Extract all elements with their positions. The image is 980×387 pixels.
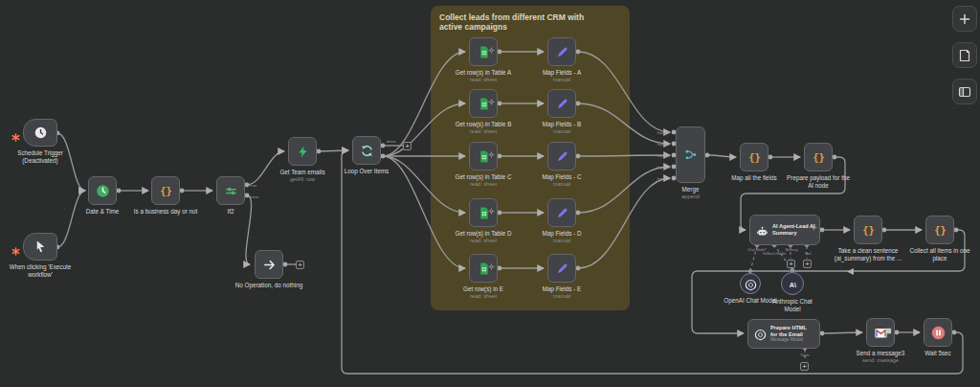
date-time[interactable]: Date & Time xyxy=(88,176,117,205)
merge-icon xyxy=(683,148,698,162)
schedule-trigger[interactable]: Schedule Trigger(Deactivated) xyxy=(23,119,57,147)
get-team-emails[interactable]: Get Team emailsgetAll: row xyxy=(288,137,317,166)
edge-mid-arrow xyxy=(847,268,854,275)
map-fields-e[interactable]: Map Fields - Emanual xyxy=(547,254,576,283)
svg-text:{}: {} xyxy=(160,185,171,196)
no-operation-label: No Operation, do nothing xyxy=(235,282,302,289)
map-fields-b[interactable]: Map Fields - Bmanual xyxy=(547,89,576,118)
edge-6 xyxy=(319,150,348,151)
svg-text:{}: {} xyxy=(862,224,874,236)
get-rows-c[interactable]: Get row(s) in Table Cread: sheet xyxy=(469,142,498,171)
code-icon: {} xyxy=(159,184,173,198)
port-dot xyxy=(954,228,959,233)
edge-0 xyxy=(57,133,85,191)
robot-icon xyxy=(756,224,768,237)
map-fields-a[interactable]: Map Fields - Amanual xyxy=(547,37,576,66)
gear-badge-icon xyxy=(488,145,495,151)
get-rows-a[interactable]: Get row(s) in Table Aread: sheet xyxy=(469,37,498,66)
loop-icon xyxy=(360,144,374,158)
port-label: Tools xyxy=(800,353,810,357)
port-dot xyxy=(283,262,288,267)
code-icon: {} xyxy=(747,150,762,165)
code-icon: {} xyxy=(933,223,947,238)
send-message3[interactable]: Send a message3send: message xyxy=(866,318,895,347)
get-rows-e[interactable]: Get row(s) in Eread: sheet xyxy=(469,254,498,283)
port-dot xyxy=(768,155,773,160)
port-dot xyxy=(180,189,185,194)
wait-5sec[interactable]: Wait 5sec xyxy=(924,318,952,347)
add-node-button[interactable] xyxy=(952,6,977,32)
schedule-trigger-label: Schedule Trigger(Deactivated) xyxy=(17,149,63,165)
execute-workflow-trigger[interactable]: When clicking 'Executeworkflow' xyxy=(23,233,57,261)
anthropic-chat-model[interactable]: A\Anthropic ChatModel xyxy=(781,272,804,295)
get-rows-d[interactable]: Get row(s) in Table Dread: sheet xyxy=(469,198,498,227)
workflow-canvas[interactable]: Collect leads from different CRM with ac… xyxy=(0,0,980,387)
panel-icon xyxy=(957,84,972,100)
edge-28 xyxy=(692,230,965,333)
openai-chat-model[interactable]: OpenAI Chat Model xyxy=(740,273,761,294)
memory-add[interactable]: + xyxy=(787,260,795,268)
take-clean-sentence-label: Take a clean sentence(ai_summary) from t… xyxy=(835,247,902,262)
tool-add[interactable]: + xyxy=(803,260,812,268)
gear-badge-icon xyxy=(488,257,495,263)
map-fields-d[interactable]: Map Fields - Dmanual xyxy=(547,198,576,227)
get-rows-b[interactable]: Get row(s) in Table Bread: sheet xyxy=(469,89,498,118)
svg-text:{}: {} xyxy=(748,151,760,163)
arrow-icon xyxy=(262,258,277,272)
openai-icon xyxy=(745,278,757,290)
port-dot xyxy=(833,155,837,160)
loop-done-add[interactable]: + xyxy=(403,142,412,150)
port-label: true xyxy=(250,183,257,188)
port-dot xyxy=(245,183,250,188)
edge-1 xyxy=(57,191,85,247)
port-dot xyxy=(895,330,900,335)
get-team-emails-label: Get Team emailsgetAll: row xyxy=(279,169,324,184)
anthropic-icon: A\ xyxy=(787,278,799,290)
canvas-controls xyxy=(952,6,977,104)
execute-trigger-issue-mark xyxy=(11,242,20,251)
port-dot xyxy=(952,330,957,335)
port-label: Chat Model* xyxy=(747,248,767,252)
toggle-panel-button[interactable] xyxy=(952,79,977,104)
take-clean-sentence[interactable]: {}Take a clean sentence(ai_summary) from… xyxy=(854,216,882,244)
date-time-label: Date & Time xyxy=(86,208,120,216)
prepare-html-email-title: Prepare HTMLfor the EmailMessage Model xyxy=(770,325,807,343)
gear-badge-icon xyxy=(488,40,495,47)
is-business-day-label: Is a business day or not xyxy=(134,208,198,216)
map-fields-c[interactable]: Map Fields - Cmanual xyxy=(547,142,576,171)
merge[interactable]: Mergeappend xyxy=(676,126,705,183)
is-business-day[interactable]: {}Is a business day or not xyxy=(151,176,180,205)
port-dot xyxy=(381,144,386,148)
prepare-html-email[interactable]: Prepare HTMLfor the EmailMessage Model xyxy=(747,319,820,349)
gear-badge-icon xyxy=(488,92,495,99)
port-dot xyxy=(317,149,322,154)
send-message3-label: Send a message3send: message xyxy=(857,350,905,365)
zap-icon xyxy=(296,145,310,159)
group-box-crm-leads[interactable]: Collect leads from different CRM with ac… xyxy=(431,6,630,310)
if2[interactable]: If2 xyxy=(216,176,245,205)
loop-over-items[interactable]: Loop Over Items xyxy=(352,136,381,165)
merge-label: Mergeappend xyxy=(681,186,700,201)
openai-icon xyxy=(754,328,767,340)
pencil-icon xyxy=(555,262,569,276)
port-dot xyxy=(381,154,386,159)
code-icon: {} xyxy=(812,150,826,165)
prepare-payload-label: Prepare payload for theAI node xyxy=(787,174,850,190)
ai-agent[interactable]: AI Agent-Lead AISummary xyxy=(749,215,820,245)
prepare-payload[interactable]: {}Prepare payload for theAI node xyxy=(804,143,833,171)
clock-icon xyxy=(33,125,48,140)
sticky-note-icon xyxy=(957,48,972,63)
noop-add[interactable]: + xyxy=(296,261,304,269)
collect-all-items[interactable]: {}Collect all items in oneplace xyxy=(925,216,954,244)
no-operation[interactable]: No Operation, do nothing xyxy=(255,250,283,279)
loop-over-items-label: Loop Over Items xyxy=(345,168,390,175)
tools-add[interactable]: + xyxy=(800,362,809,371)
add-sticky-note-button[interactable] xyxy=(952,42,977,68)
pencil-icon xyxy=(555,45,569,59)
filter-icon xyxy=(224,184,238,198)
collect-all-items-label: Collect all items in oneplace xyxy=(910,247,970,262)
port-label: Input 1 xyxy=(657,130,671,135)
port-label: Input 4 xyxy=(657,165,671,170)
map-all-fields[interactable]: {}Map all the fields xyxy=(740,143,768,171)
port-dot xyxy=(820,228,825,233)
